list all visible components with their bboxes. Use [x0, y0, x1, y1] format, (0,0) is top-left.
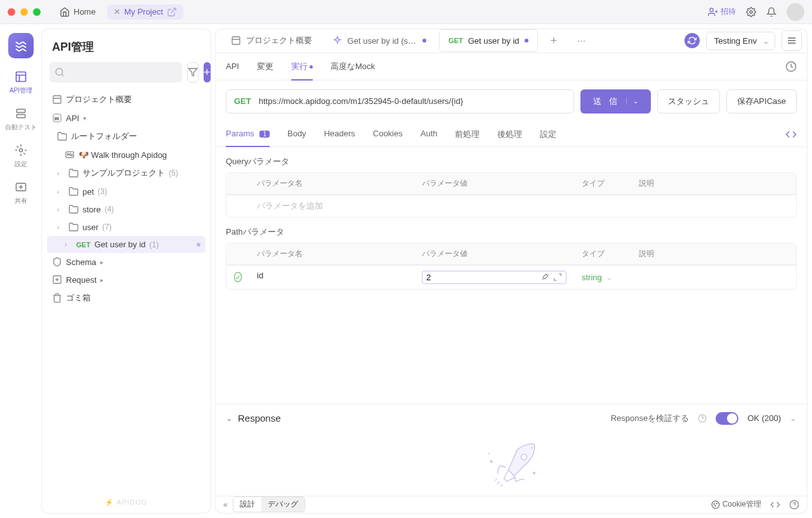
table-row-placeholder[interactable]: パラメータを追加	[226, 195, 796, 217]
tree-count: (4)	[105, 205, 114, 214]
param-tab-cookies[interactable]: Cookies	[373, 122, 403, 146]
collapse-icon[interactable]: «	[223, 500, 228, 509]
chevron-down-icon[interactable]: ⌄	[626, 98, 638, 105]
folder-icon	[69, 168, 79, 178]
project-label: My Project	[124, 7, 163, 16]
param-value-input[interactable]	[426, 273, 537, 282]
env-label: Testing Env	[714, 36, 757, 46]
validate-toggle[interactable]	[716, 412, 738, 425]
tab-close-icon[interactable]: ✕	[114, 7, 121, 16]
tree-schema[interactable]: Schema ▸	[47, 253, 206, 271]
help-icon[interactable]	[789, 500, 799, 510]
tree-get-user[interactable]: › GET Get user by id (1)	[47, 236, 206, 253]
param-tab-params[interactable]: Params 1	[226, 122, 270, 146]
project-tab[interactable]: ✕ My Project	[107, 4, 183, 20]
svg-marker-12	[188, 68, 197, 76]
home-tab[interactable]: Home	[53, 4, 102, 20]
url-row: GET https://mock.apidog.com/m1/352945-0-…	[216, 81, 807, 122]
chevron-right-icon: ▸	[100, 259, 108, 266]
tree: プロジェクト概要 96 API ▾ ルートフォルダー 🐶 Walk throug…	[42, 90, 211, 492]
design-mode-button[interactable]: 設計	[233, 497, 261, 512]
tree-walk-through[interactable]: 🐶 Walk through Apidog	[47, 146, 206, 164]
tree-folder-pet[interactable]: › pet (3)	[47, 183, 206, 200]
close-window-button[interactable]	[8, 8, 15, 16]
folder-icon	[69, 204, 79, 214]
save-case-button[interactable]: 保存APICase	[726, 89, 797, 113]
param-type-cell[interactable]: string ⌄	[574, 266, 631, 289]
code-snippet-icon[interactable]	[770, 500, 780, 510]
cookie-icon	[711, 500, 720, 509]
filter-button[interactable]	[187, 62, 199, 82]
history-button[interactable]	[785, 61, 797, 72]
svg-line-0	[171, 8, 176, 13]
tree-trash[interactable]: ゴミ箱	[47, 288, 206, 308]
rail-share[interactable]: 共有	[14, 180, 28, 205]
tree-folder-store[interactable]: › store (4)	[47, 200, 206, 218]
status-text[interactable]: OK (200)	[747, 413, 781, 423]
expand-icon[interactable]	[553, 273, 562, 282]
stash-button[interactable]: スタッシュ	[657, 89, 720, 113]
cookie-management[interactable]: Cookie管理	[711, 499, 761, 510]
rail-auto-test[interactable]: 自動テスト	[5, 107, 37, 132]
code-view-button[interactable]	[785, 122, 797, 146]
invite-link[interactable]: 招待	[708, 6, 736, 17]
chevron-down-icon[interactable]: ⌄	[226, 413, 233, 423]
tab-overview[interactable]: プロジェクト概要	[221, 29, 322, 53]
app-logo[interactable]	[8, 33, 34, 58]
search-icon	[55, 67, 65, 77]
subtab-api[interactable]: API	[226, 54, 239, 79]
tree-request[interactable]: Request ▸	[47, 271, 206, 288]
menu-icon	[787, 36, 797, 46]
param-tab-pre[interactable]: 前処理	[455, 122, 480, 146]
param-name[interactable]: id	[249, 266, 414, 289]
env-select[interactable]: Testing Env ⌄	[706, 32, 775, 50]
markdown-icon	[65, 150, 75, 160]
tab-more[interactable]: ⋯	[567, 29, 596, 53]
tree-label: Schema	[66, 257, 96, 267]
magic-wand-icon[interactable]	[540, 273, 549, 282]
tab-get-user[interactable]: GET Get user by id	[439, 29, 538, 52]
subtab-run[interactable]: 実行	[291, 53, 313, 80]
url-input[interactable]: GET https://mock.apidog.com/m1/352945-0-…	[226, 89, 574, 113]
help-icon[interactable]	[698, 414, 707, 423]
subtab-label: 実行	[291, 62, 308, 71]
user-avatar[interactable]	[787, 3, 804, 21]
tree-folder-sample[interactable]: › サンプルプロジェクト (5)	[47, 164, 206, 183]
minimize-window-button[interactable]	[20, 8, 28, 16]
code-icon	[785, 129, 797, 140]
rail-settings[interactable]: 設定	[14, 143, 28, 169]
debug-mode-button[interactable]: デバッグ	[261, 497, 304, 512]
env-icon[interactable]	[684, 33, 700, 48]
param-tab-auth[interactable]: Auth	[421, 122, 438, 146]
add-button[interactable]: +	[204, 62, 211, 82]
check-icon: ✓	[234, 272, 242, 282]
tree-project-overview[interactable]: プロジェクト概要	[47, 90, 206, 109]
maximize-window-button[interactable]	[33, 8, 41, 16]
send-button[interactable]: 送 信 ⌄	[580, 89, 651, 113]
hamburger-button[interactable]	[782, 30, 802, 51]
table-row: ✓ id string ⌄	[226, 265, 796, 289]
user-plus-icon	[708, 7, 718, 17]
cookie-label: Cookie管理	[723, 499, 761, 510]
param-tab-post[interactable]: 後処理	[497, 122, 522, 146]
param-tab-headers[interactable]: Headers	[324, 122, 355, 146]
param-tab-settings[interactable]: 設定	[540, 122, 556, 146]
param-tab-body[interactable]: Body	[287, 122, 306, 146]
tree-root-folder[interactable]: ルートフォルダー	[47, 127, 206, 146]
settings-gear-icon[interactable]	[746, 7, 756, 17]
bell-icon[interactable]	[766, 7, 776, 17]
tree-folder-user[interactable]: › user (7)	[47, 218, 206, 236]
row-check[interactable]: ✓	[226, 266, 249, 289]
rail-api-management[interactable]: API管理	[10, 70, 32, 95]
search-input[interactable]	[49, 62, 182, 82]
chevron-down-icon[interactable]: ⌄	[790, 413, 797, 423]
tree-api-root[interactable]: 96 API ▾	[47, 109, 206, 127]
param-desc[interactable]	[631, 266, 796, 289]
subtab-mock[interactable]: 高度なMock	[331, 53, 375, 80]
modified-dot-icon	[525, 39, 528, 42]
debug-label: デバッグ	[268, 500, 298, 508]
save-case-label: 保存APICase	[737, 96, 786, 107]
subtab-change[interactable]: 変更	[257, 53, 273, 80]
tab-get-user-su[interactable]: Get user by id (su...	[322, 29, 436, 53]
tab-add[interactable]: +	[540, 29, 568, 53]
